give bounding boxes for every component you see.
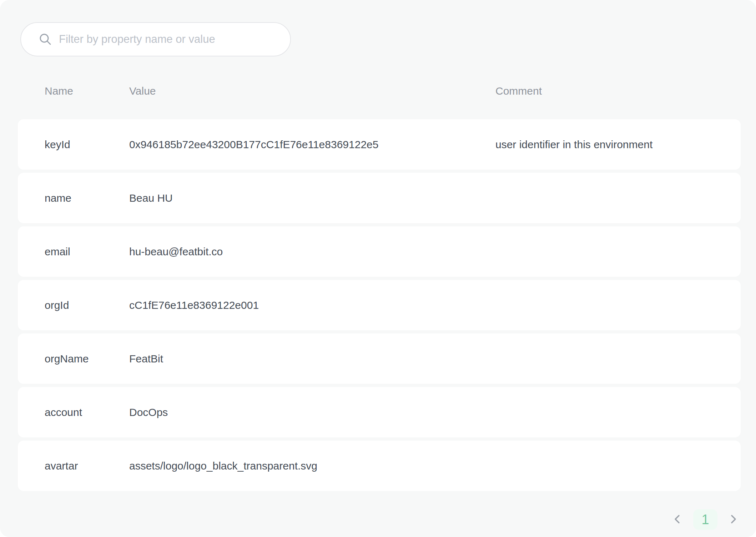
property-name: email — [45, 226, 70, 277]
property-value: cC1fE76e11e8369122e001 — [129, 280, 259, 330]
table-header: Name Value Comment — [18, 82, 741, 100]
current-page-button[interactable]: 1 — [693, 509, 717, 530]
property-comment: user identifier in this environment — [495, 119, 652, 170]
table-row[interactable]: orgId cC1fE76e11e8369122e001 — [18, 280, 741, 330]
column-header-name: Name — [45, 82, 73, 100]
property-name: avartar — [45, 441, 78, 491]
property-rows: keyId 0x946185b72ee43200B177cC1fE76e11e8… — [18, 119, 741, 494]
property-name: account — [45, 387, 82, 437]
property-value: 0x946185b72ee43200B177cC1fE76e11e8369122… — [129, 119, 378, 170]
chevron-left-icon — [672, 514, 683, 526]
property-value: assets/logo/logo_black_transparent.svg — [129, 441, 317, 491]
table-row[interactable]: orgName FeatBit — [18, 333, 741, 384]
column-header-comment: Comment — [495, 82, 542, 100]
table-row[interactable]: account DocOps — [18, 387, 741, 437]
column-header-value: Value — [129, 82, 156, 100]
table-row[interactable]: avartar assets/logo/logo_black_transpare… — [18, 441, 741, 491]
property-name: orgId — [45, 280, 69, 330]
pagination: 1 — [670, 508, 740, 531]
table-row[interactable]: name Beau HU — [18, 173, 741, 223]
property-name: keyId — [45, 119, 70, 170]
filter-search-box[interactable] — [20, 22, 291, 56]
table-row[interactable]: keyId 0x946185b72ee43200B177cC1fE76e11e8… — [18, 119, 741, 170]
previous-page-button[interactable] — [670, 512, 685, 527]
property-value: FeatBit — [129, 333, 163, 384]
table-row[interactable]: email hu-beau@featbit.co — [18, 226, 741, 277]
property-name: orgName — [45, 333, 89, 384]
search-icon — [38, 32, 52, 46]
chevron-right-icon — [728, 514, 739, 526]
property-value: DocOps — [129, 387, 168, 437]
property-value: Beau HU — [129, 173, 173, 223]
property-name: name — [45, 173, 71, 223]
next-page-button[interactable] — [726, 512, 740, 527]
property-value: hu-beau@featbit.co — [129, 226, 223, 277]
user-properties-page: Name Value Comment keyId 0x946185b72ee43… — [0, 0, 756, 537]
filter-search-input[interactable] — [59, 33, 290, 46]
